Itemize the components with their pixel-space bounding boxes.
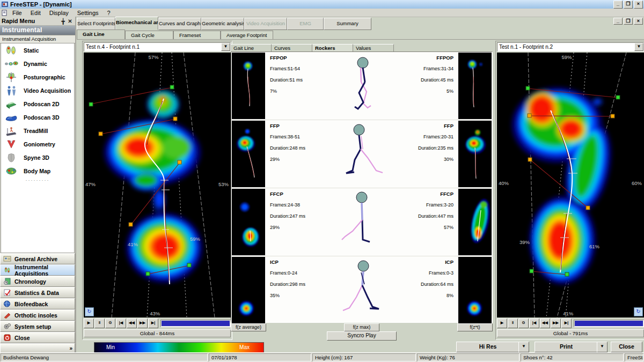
footprint-thumb-left[interactable] bbox=[232, 121, 265, 187]
section-subheader[interactable]: Instrumental Acquisition bbox=[0, 35, 75, 43]
pause-button[interactable]: ‖ bbox=[508, 319, 518, 328]
print-button[interactable]: Print bbox=[535, 342, 598, 352]
menu-edit[interactable]: Edit bbox=[27, 10, 45, 16]
left-footprint-selector[interactable]: Test n.4 - Footprint n.1 ▼ bbox=[84, 42, 231, 51]
spyne-3d-icon bbox=[4, 152, 18, 163]
first-frame-button[interactable]: |◀ bbox=[116, 319, 126, 328]
tab-gait-cycle[interactable]: Gait Cycle bbox=[125, 31, 173, 39]
rocker-row-icp: ICP Frames:0-24 Duration:298 ms 35% I bbox=[231, 256, 492, 324]
hires-dropdown-arrow[interactable]: ▼ bbox=[518, 342, 529, 352]
tab-gait-line-inner[interactable]: Gait Line bbox=[231, 44, 272, 51]
fz-average-button[interactable]: f(z average) bbox=[231, 323, 266, 331]
menu-help[interactable]: ? bbox=[104, 10, 114, 16]
tool-dynamic[interactable]: Dynamic bbox=[1, 57, 74, 70]
menu-file[interactable]: File bbox=[9, 10, 26, 16]
tab-emg[interactable]: EMG bbox=[287, 18, 324, 30]
pause-button[interactable]: ‖ bbox=[94, 319, 105, 328]
next-frame-button[interactable]: ▶▶ bbox=[551, 319, 561, 328]
close-button[interactable]: Close bbox=[611, 342, 642, 352]
nav-more-button[interactable]: » bbox=[0, 343, 75, 353]
close-panel-icon[interactable]: ✕ bbox=[67, 18, 74, 24]
percent-value: 7% bbox=[270, 88, 334, 94]
play-button[interactable]: ▶ bbox=[497, 319, 507, 328]
tab-geometric-analysis[interactable]: Geometric analysis bbox=[201, 18, 244, 30]
module-nav: General Archive Instrumental Acquisition… bbox=[0, 253, 75, 353]
tool-treadmill[interactable]: TreadMill bbox=[1, 124, 74, 137]
next-frame-button[interactable]: ▶▶ bbox=[137, 319, 148, 328]
tab-video-acquisition[interactable]: Video Acquisition bbox=[244, 18, 287, 30]
tab-frameset[interactable]: Frameset bbox=[173, 31, 221, 39]
tool-podoscan-3d[interactable]: Podoscan 3D bbox=[1, 110, 74, 124]
footprint-thumb-right[interactable] bbox=[458, 257, 492, 323]
tab-curves-and-graphs[interactable]: Curves and Graphs bbox=[158, 18, 201, 30]
global-button[interactable]: G bbox=[518, 319, 529, 328]
timeline-bar[interactable] bbox=[160, 320, 231, 327]
syncro-play-button[interactable]: Syncro Play bbox=[327, 331, 397, 341]
play-button[interactable]: ▶ bbox=[84, 319, 94, 328]
right-footprint-selector[interactable]: Test n.1 - Footprint n.2 ▼ bbox=[497, 42, 644, 51]
pct-mid-left: 40% bbox=[499, 180, 509, 186]
tool-video-acquisition[interactable]: Video Acquisition bbox=[1, 84, 74, 97]
footprint-thumb-left[interactable] bbox=[232, 53, 265, 119]
last-frame-button[interactable]: ▶| bbox=[148, 319, 158, 328]
pin-icon[interactable]: ╈ bbox=[60, 18, 67, 24]
tab-gait-line[interactable]: Gait Line bbox=[77, 29, 125, 39]
footprint-thumb-right[interactable] bbox=[458, 53, 492, 119]
first-frame-button[interactable]: |◀ bbox=[529, 319, 539, 328]
menu-settings[interactable]: Settings bbox=[74, 10, 103, 16]
nav-orthotic-insoles[interactable]: Orthotic insoles bbox=[0, 309, 75, 321]
tab-average-footprint[interactable]: Average Footprint bbox=[221, 31, 273, 39]
tool-podoscan-2d[interactable]: Podoscan 2D bbox=[1, 97, 74, 110]
tool-body-map[interactable]: Body Map bbox=[1, 164, 74, 178]
footprint-thumb-left[interactable] bbox=[232, 257, 265, 323]
global-button[interactable]: G bbox=[105, 319, 115, 328]
fz-t-button[interactable]: f(z*t) bbox=[457, 323, 493, 331]
fz-max-button[interactable]: f(z max) bbox=[344, 323, 379, 331]
close-window-button[interactable]: × bbox=[634, 1, 643, 9]
nav-statistics-data[interactable]: Statistics & Data bbox=[0, 287, 75, 298]
restore-button[interactable]: ❐ bbox=[624, 1, 633, 9]
tab-summary[interactable]: Summary bbox=[324, 18, 371, 30]
timeline-bar[interactable] bbox=[574, 320, 644, 327]
tab-select-footprints[interactable]: Select Footprints bbox=[77, 18, 115, 30]
tool-spyne-3d[interactable]: Spyne 3D bbox=[1, 151, 74, 164]
prev-frame-button[interactable]: ◀◀ bbox=[127, 319, 137, 328]
gait-phase-figure-ffpop bbox=[334, 52, 389, 120]
last-frame-button[interactable]: ▶| bbox=[561, 319, 572, 328]
footprint-thumb-left[interactable] bbox=[232, 189, 265, 255]
tab-biomechanical-analysis[interactable]: Biomechanical an... bbox=[115, 17, 158, 30]
tab-values[interactable]: Values bbox=[353, 44, 394, 51]
percent-value: 30% bbox=[389, 157, 453, 162]
insole-pencil-icon bbox=[3, 312, 11, 319]
percent-value: 29% bbox=[270, 157, 334, 162]
rotate-icon[interactable]: ↻ bbox=[85, 307, 94, 316]
right-player-controls: ▶ ‖ G |◀ ◀◀ ▶▶ ▶| bbox=[497, 319, 644, 328]
nav-instrumental-acquisitions[interactable]: Instrumental Acquisitions bbox=[0, 264, 75, 276]
footprint-thumb-right[interactable] bbox=[458, 121, 492, 187]
pct-bottom: 41% bbox=[563, 311, 573, 316]
scale-min-label: Min bbox=[106, 344, 115, 350]
prev-frame-button[interactable]: ◀◀ bbox=[540, 319, 550, 328]
nav-system-setup[interactable]: System setup bbox=[0, 321, 75, 332]
minimize-button[interactable]: _ bbox=[613, 1, 623, 9]
nav-biofeedback[interactable]: Biofeedback bbox=[0, 298, 75, 309]
panel-resize-handle[interactable]: ········· bbox=[2, 178, 74, 184]
rotate-icon[interactable]: ↻ bbox=[634, 307, 643, 316]
hires-button[interactable]: Hi Res bbox=[456, 342, 519, 352]
tab-rockers[interactable]: Rockers bbox=[312, 44, 353, 51]
nav-close[interactable]: Close bbox=[0, 332, 75, 343]
footprint-thumb-right[interactable] bbox=[458, 189, 492, 255]
patient-weight: Weight (Kg): 76 bbox=[417, 353, 519, 361]
left-footprint-canvas[interactable]: 57% 47% 53% 41% 59% 43% ↻ bbox=[84, 53, 231, 317]
print-dropdown-arrow[interactable]: ▼ bbox=[597, 342, 608, 352]
tool-posturographic[interactable]: Posturographic bbox=[1, 70, 74, 84]
tool-goniometry[interactable]: β Goniometry bbox=[1, 137, 74, 151]
nav-chronology[interactable]: Chronology bbox=[0, 276, 75, 287]
left-player-controls: ▶ ‖ G |◀ ◀◀ ▶▶ ▶| bbox=[84, 319, 231, 328]
tab-curves[interactable]: Curves bbox=[272, 44, 312, 51]
tool-static[interactable]: Static bbox=[1, 43, 74, 57]
patient-name: Budishenta Dewang bbox=[1, 353, 208, 361]
menu-display[interactable]: Display bbox=[46, 10, 72, 16]
nav-general-archive[interactable]: General Archive bbox=[0, 253, 75, 264]
right-footprint-canvas[interactable]: 59% 40% 60% 39% 61% 41% ↻ bbox=[497, 53, 644, 317]
